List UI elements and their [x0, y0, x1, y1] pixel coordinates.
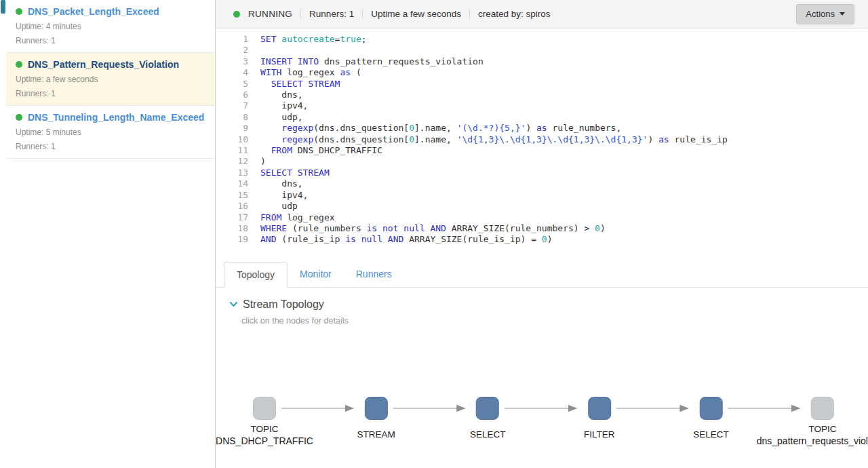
line-number: 5 [216, 79, 255, 90]
left-scrollbar[interactable] [0, 0, 6, 468]
code-line: 15 ipv4, [216, 190, 868, 201]
job-status-dot [16, 114, 22, 121]
code-line: 13SELECT STREAM [216, 168, 868, 178]
code-line: 8 udp, [216, 112, 868, 123]
node-type-label: TOPIC [216, 424, 313, 435]
code-line: 4WITH log_regex as ( [216, 67, 868, 78]
tab-monitor[interactable]: Monitor [288, 262, 344, 288]
job-status-dot [16, 61, 22, 68]
job-uptime: Uptime: 4 minutes [16, 22, 205, 31]
divider [469, 9, 470, 19]
job-detail-panel: RUNNING Runners: 1 Uptime a few seconds … [216, 0, 868, 468]
code-line: 16 udp [216, 201, 868, 212]
sidebar-job[interactable]: DNS_Packet_Length_ExceedUptime: 4 minute… [6, 0, 215, 53]
line-number: 18 [216, 223, 255, 234]
line-number: 2 [216, 45, 255, 56]
job-runners: Runners: 1 [16, 36, 205, 45]
topology-title: Stream Topology [243, 298, 324, 311]
job-runners: Runners: 1 [16, 89, 205, 98]
job-uptime: Uptime: 5 minutes [16, 128, 205, 137]
line-number: 4 [216, 67, 255, 78]
job-name-link[interactable]: DNS_Pattern_Requests_Violation [28, 59, 179, 70]
job-sidebar: DNS_Packet_Length_ExceedUptime: 4 minute… [6, 0, 216, 468]
topology-node-shape[interactable] [253, 397, 276, 420]
header-runners: Runners: 1 [309, 9, 354, 19]
node-type-label: STREAM [357, 429, 395, 440]
node-type-label: TOPIC [757, 424, 868, 435]
line-number: 12 [216, 156, 255, 167]
sidebar-job[interactable]: DNS_Tunneling_Length_Name_ExceedUptime: … [6, 106, 215, 159]
code-line: 18WHERE (rule_numbers is not null AND AR… [216, 223, 868, 234]
line-number: 16 [216, 201, 255, 212]
job-name-link[interactable]: DNS_Tunneling_Length_Name_Exceed [28, 112, 204, 123]
status-text: RUNNING [248, 9, 292, 19]
code-line: 2 [216, 45, 868, 56]
job-runners: Runners: 1 [16, 142, 205, 151]
code-line: 9 regexp(dns.dns_question[0].name, '(\d.… [216, 123, 868, 134]
code-line: 19AND (rule_is_ip is null AND ARRAY_SIZE… [216, 234, 868, 245]
line-number: 13 [216, 168, 255, 178]
line-number: 15 [216, 190, 255, 201]
job-uptime: Uptime: a few seconds [16, 75, 205, 84]
tab-runners[interactable]: Runners [344, 262, 404, 288]
stream-topology-toggle[interactable]: Stream Topology [229, 298, 868, 311]
code-line: 3INSERT INTO dns_pattern_requests_violat… [216, 56, 868, 67]
topology-node-shape[interactable] [476, 397, 499, 420]
line-number: 1 [216, 34, 255, 45]
left-scrollbar-thumb[interactable] [1, 0, 5, 14]
code-line: 14 dns, [216, 178, 868, 189]
line-number: 17 [216, 212, 255, 223]
topology-node-shape[interactable] [588, 397, 611, 420]
node-name-label: DNS_DHCP_TRAFFIC [216, 435, 313, 446]
header-uptime: Uptime a few seconds [371, 9, 461, 19]
header-created-by: created by: spiros [478, 9, 551, 19]
topology-node-filter-3: FILTER [584, 397, 615, 440]
node-name-label: dns_pattern_requests_violation [757, 435, 868, 446]
topology-node-shape[interactable] [365, 397, 388, 420]
topology-node-select-4: SELECT [693, 397, 729, 440]
job-name-link[interactable]: DNS_Packet_Length_Exceed [28, 6, 159, 17]
topology-node-select-2: SELECT [470, 397, 506, 440]
node-type-label: FILTER [584, 429, 615, 440]
job-status-bar: RUNNING Runners: 1 Uptime a few seconds … [216, 0, 868, 28]
topology-node-shape[interactable] [811, 397, 834, 420]
tab-topology[interactable]: Topology [224, 262, 288, 288]
line-number: 14 [216, 178, 255, 189]
sidebar-job[interactable]: DNS_Pattern_Requests_ViolationUptime: a … [6, 53, 215, 106]
line-number: 19 [216, 234, 255, 245]
line-number: 7 [216, 100, 255, 111]
chevron-down-icon [229, 301, 238, 307]
line-number: 6 [216, 90, 255, 100]
sql-editor[interactable]: 1SET autocreate=true;23INSERT INTO dns_p… [216, 28, 868, 255]
topology-hint: click on the nodes for details [241, 316, 868, 326]
code-line: 1SET autocreate=true; [216, 34, 868, 45]
topology-node-dns_pattern_requests_violation: TOPICdns_pattern_requests_violation [757, 397, 868, 446]
node-type-label: SELECT [693, 429, 729, 440]
line-number: 8 [216, 112, 255, 123]
code-line: 17FROM log_regex [216, 212, 868, 223]
line-number: 11 [216, 145, 255, 156]
code-line: 6 dns, [216, 90, 868, 100]
node-type-label: SELECT [470, 429, 506, 440]
code-line: 12) [216, 156, 868, 167]
topology-node-stream-1: STREAM [357, 397, 395, 440]
topology-node-dns_dhcp_traffic: TOPICDNS_DHCP_TRAFFIC [216, 397, 313, 446]
line-number: 9 [216, 123, 255, 134]
actions-button[interactable]: Actions [796, 4, 854, 24]
code-line: 10 regexp(dns.dns_question[0].name, '\d{… [216, 134, 868, 145]
code-line: 5 SELECT STREAM [216, 79, 868, 90]
actions-button-label: Actions [806, 9, 835, 19]
caret-down-icon [840, 12, 845, 16]
job-status-dot [16, 8, 22, 15]
divider [300, 9, 301, 19]
app-root: DNS_Packet_Length_ExceedUptime: 4 minute… [0, 0, 868, 468]
line-number: 3 [216, 56, 255, 67]
code-line: 7 ipv4, [216, 100, 868, 111]
topology-node-shape[interactable] [699, 397, 722, 420]
status-dot [233, 11, 240, 18]
code-line: 11 FROM DNS_DHCP_TRAFFIC [216, 145, 868, 156]
divider [362, 9, 363, 19]
line-number: 10 [216, 134, 255, 145]
tab-bar: TopologyMonitorRunners [216, 262, 868, 288]
topology-canvas: TOPICDNS_DHCP_TRAFFICSTREAMSELECTFILTERS… [216, 326, 868, 468]
